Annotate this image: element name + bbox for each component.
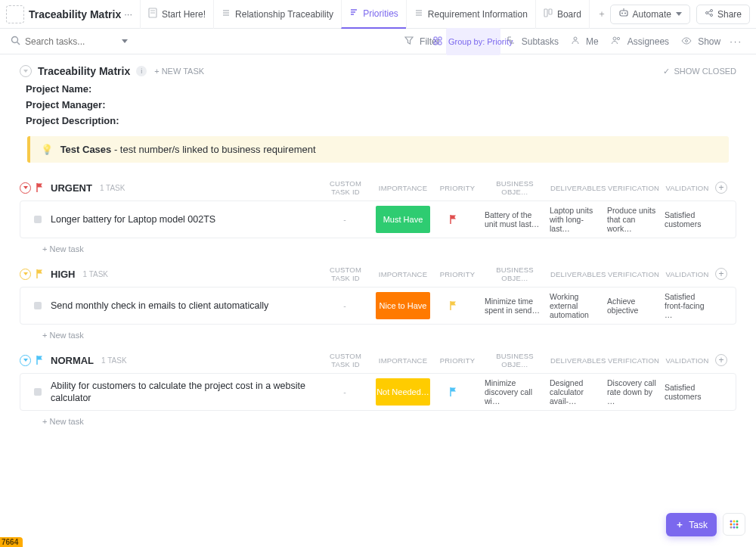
task-name[interactable]: Ability for customers to calculate the p… <box>51 380 320 406</box>
cell-priority-flag-icon[interactable] <box>435 387 472 397</box>
cell-business-obj[interactable]: Minimize discovery call wi… <box>485 378 544 406</box>
project-description-label: Project Description: <box>26 113 736 129</box>
col-validation[interactable]: VALIDATION <box>665 356 709 365</box>
cell-verification[interactable]: Achieve objective <box>607 297 658 315</box>
chevron-down-icon[interactable] <box>122 39 128 43</box>
list-title[interactable]: Traceability Matrix <box>29 8 121 20</box>
show-button[interactable]: Show <box>675 33 727 50</box>
new-task-fab[interactable]: ＋ Task <box>666 513 717 536</box>
cell-priority-flag-icon[interactable] <box>435 300 472 311</box>
group-by-button[interactable]: Group by: Priority <box>446 28 500 55</box>
apps-fab[interactable] <box>723 513 745 536</box>
cell-importance[interactable]: Not Needed… <box>376 378 430 406</box>
me-button[interactable]: Me <box>565 33 605 50</box>
view-tab-requirement-info[interactable]: Requirement Information <box>406 0 535 29</box>
group-header: HIGH1 TASKCUSTOM TASK IDIMPORTANCEPRIORI… <box>20 266 736 287</box>
search-wrap[interactable] <box>11 36 128 48</box>
col-business-obj[interactable]: BUSINESS OBJE… <box>485 266 544 282</box>
group-name[interactable]: HIGH <box>51 269 76 280</box>
task-row[interactable]: Ability for customers to calculate the p… <box>20 373 736 411</box>
task-name[interactable]: Longer battery for Laptop model 002TS <box>51 213 320 226</box>
group-collapse-icon[interactable] <box>20 182 31 194</box>
new-task-row[interactable]: + New task <box>20 326 736 340</box>
group-normal: NORMAL1 TASKCUSTOM TASK IDIMPORTANCEPRIO… <box>20 352 736 426</box>
task-row[interactable]: Send monthly check in emails to client a… <box>20 287 736 325</box>
show-closed-toggle[interactable]: ✓ SHOW CLOSED <box>663 67 736 76</box>
search-input[interactable] <box>25 36 108 47</box>
cell-deliverables[interactable]: Designed calculator avail-… <box>550 378 601 406</box>
automate-button[interactable]: Automate <box>610 5 690 24</box>
cell-custom-id[interactable]: - <box>320 387 370 396</box>
col-verification[interactable]: VERIFICATION <box>608 356 659 365</box>
cell-custom-id[interactable]: - <box>320 301 370 310</box>
view-tab-board[interactable]: Board <box>535 0 589 29</box>
cell-verification[interactable]: Produce units that can work… <box>607 206 658 233</box>
add-column-icon[interactable]: + <box>715 182 727 194</box>
group-name[interactable]: NORMAL <box>51 355 94 366</box>
cell-business-obj[interactable]: Battery of the unit must last… <box>485 210 544 228</box>
task-name[interactable]: Send monthly check in emails to client a… <box>51 300 320 312</box>
new-task-row[interactable]: + New task <box>20 240 736 253</box>
add-column-icon[interactable]: + <box>715 268 727 280</box>
add-column-icon[interactable]: + <box>715 354 727 366</box>
col-deliverables[interactable]: DELIVERABLES <box>550 270 602 278</box>
col-custom-id[interactable]: CUSTOM TASK ID <box>321 179 370 196</box>
toolbar-more-icon[interactable]: ··· <box>727 36 745 47</box>
view-tab-start-here[interactable]: Start Here! <box>140 0 213 29</box>
cell-business-obj[interactable]: Minimize time spent in send… <box>485 297 544 315</box>
cell-deliverables[interactable]: Working external automation <box>550 292 601 319</box>
cell-priority-flag-icon[interactable] <box>435 214 472 225</box>
col-priority[interactable]: PRIORITY <box>435 184 479 192</box>
plus-icon: ＋ <box>597 8 606 20</box>
share-button[interactable]: Share <box>696 5 750 24</box>
col-importance[interactable]: IMPORTANCE <box>376 270 429 278</box>
subtasks-button[interactable]: Subtasks <box>500 33 565 50</box>
list-icon[interactable] <box>6 5 24 23</box>
col-custom-id[interactable]: CUSTOM TASK ID <box>321 266 370 282</box>
collapse-all-icon[interactable] <box>20 65 32 77</box>
cell-verification[interactable]: Discovery call rate down by … <box>607 378 658 406</box>
col-importance[interactable]: IMPORTANCE <box>376 356 429 365</box>
group-collapse-icon[interactable] <box>20 355 31 366</box>
new-task-row[interactable]: + New task <box>20 412 736 426</box>
cell-validation[interactable]: Satisfied front-facing … <box>665 292 708 319</box>
group-name[interactable]: URGENT <box>51 182 92 194</box>
search-icon <box>11 36 20 48</box>
view-tab-label: Requirement Information <box>428 9 528 20</box>
col-validation[interactable]: VALIDATION <box>665 184 709 192</box>
col-business-obj[interactable]: BUSINESS OBJE… <box>485 179 544 196</box>
info-icon[interactable]: i <box>136 66 147 76</box>
view-tab-priorities[interactable]: Priorities <box>341 0 406 29</box>
col-deliverables[interactable]: DELIVERABLES <box>550 356 602 365</box>
view-tab-add-view[interactable]: ＋ View <box>589 0 610 29</box>
col-priority[interactable]: PRIORITY <box>435 270 479 278</box>
priority-flag-icon <box>36 355 45 365</box>
col-verification[interactable]: VERIFICATION <box>608 270 659 278</box>
col-priority[interactable]: PRIORITY <box>435 356 479 365</box>
cell-deliverables[interactable]: Laptop units with long-last… <box>550 206 601 233</box>
group-collapse-icon[interactable] <box>20 269 31 280</box>
col-custom-id[interactable]: CUSTOM TASK ID <box>321 352 370 368</box>
col-business-obj[interactable]: BUSINESS OBJE… <box>485 352 544 368</box>
task-row[interactable]: Longer battery for Laptop model 002TS-Mu… <box>20 200 736 238</box>
status-box[interactable] <box>34 302 42 309</box>
cell-custom-id[interactable]: - <box>320 215 370 224</box>
svg-point-38 <box>736 524 739 526</box>
col-validation[interactable]: VALIDATION <box>665 270 709 278</box>
col-verification[interactable]: VERIFICATION <box>608 184 659 192</box>
cell-validation[interactable]: Satisfied customers <box>665 383 708 401</box>
view-tab-relationship[interactable]: Relationship Traceability <box>213 0 341 29</box>
svg-point-41 <box>736 527 739 529</box>
cell-importance[interactable]: Must Have <box>376 206 430 233</box>
col-deliverables[interactable]: DELIVERABLES <box>550 184 602 192</box>
cell-importance[interactable]: Nice to Have <box>376 292 430 319</box>
status-box[interactable] <box>34 388 42 396</box>
assignees-button[interactable]: Assignees <box>605 33 675 50</box>
col-importance[interactable]: IMPORTANCE <box>376 184 429 192</box>
list-more-icon[interactable]: ··· <box>124 8 132 20</box>
cell-validation[interactable]: Satisfied customers <box>665 210 708 228</box>
new-task-link[interactable]: + NEW TASK <box>154 67 204 76</box>
task-cells: -Nice to HaveMinimize time spent in send… <box>320 292 736 319</box>
status-box[interactable] <box>34 216 42 223</box>
svg-point-35 <box>736 521 739 523</box>
